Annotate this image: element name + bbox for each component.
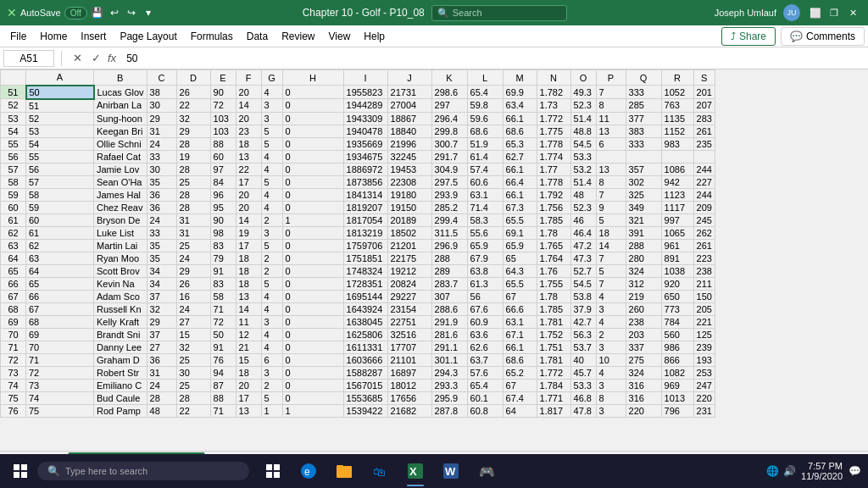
cell-C56[interactable]: 33 — [147, 150, 176, 163]
cell-A72[interactable]: 71 — [26, 353, 94, 366]
cell-A56[interactable]: 55 — [26, 150, 94, 163]
cell-L63[interactable]: 65.9 — [467, 239, 503, 252]
cell-P60[interactable]: 9 — [596, 201, 626, 214]
cell-H67[interactable]: 0 — [282, 290, 343, 302]
cell-Q67[interactable]: 219 — [626, 290, 661, 302]
cell-I60[interactable]: 1819207 — [343, 201, 387, 214]
cell-K52[interactable]: 297 — [431, 99, 467, 113]
cell-O51[interactable]: 49.3 — [570, 86, 596, 99]
cell-K70[interactable]: 281.6 — [431, 328, 467, 341]
cell-S61[interactable]: 245 — [693, 214, 715, 226]
cell-E61[interactable]: 90 — [210, 214, 236, 226]
taskbar-store[interactable]: 🛍 — [363, 454, 397, 488]
cell-N62[interactable]: 1.78 — [537, 226, 570, 239]
cell-J68[interactable]: 23154 — [387, 302, 431, 315]
search-box[interactable]: 🔍 — [431, 5, 567, 21]
cell-R61[interactable]: 997 — [661, 214, 693, 226]
cell-N65[interactable]: 1.76 — [537, 264, 570, 277]
cell-L62[interactable]: 55.6 — [467, 226, 503, 239]
cell-L68[interactable]: 67.6 — [467, 302, 503, 315]
col-header-R[interactable]: R — [661, 70, 693, 86]
cell-A64[interactable]: 63 — [26, 252, 94, 264]
cell-R52[interactable]: 763 — [661, 99, 693, 113]
cell-P61[interactable]: 5 — [596, 214, 626, 226]
cell-S69[interactable]: 221 — [693, 315, 715, 328]
cell-R59[interactable]: 1123 — [661, 188, 693, 201]
cell-L69[interactable]: 60.9 — [467, 315, 503, 328]
cell-S58[interactable]: 227 — [693, 175, 715, 188]
cell-L64[interactable]: 67.9 — [467, 252, 503, 264]
cell-C57[interactable]: 30 — [147, 163, 176, 175]
row-number[interactable]: 76 — [1, 404, 26, 417]
cell-F70[interactable]: 12 — [236, 328, 261, 341]
cell-N54[interactable]: 1.775 — [537, 125, 570, 137]
cell-O61[interactable]: 46 — [570, 214, 596, 226]
cell-A68[interactable]: 67 — [26, 302, 94, 315]
cell-K61[interactable]: 299.4 — [431, 214, 467, 226]
cell-G60[interactable]: 4 — [261, 201, 282, 214]
cell-R51[interactable]: 1052 — [661, 86, 693, 99]
cell-N63[interactable]: 1.765 — [537, 239, 570, 252]
cell-I70[interactable]: 1625806 — [343, 328, 387, 341]
cell-M59[interactable]: 66.1 — [503, 188, 537, 201]
cell-B70[interactable]: Brandt Sni — [94, 328, 147, 341]
cell-Q73[interactable]: 324 — [626, 366, 661, 379]
cell-M68[interactable]: 66.6 — [503, 302, 537, 315]
cell-A53[interactable]: 52 — [26, 112, 94, 125]
cell-P66[interactable]: 7 — [596, 277, 626, 290]
cell-E53[interactable]: 103 — [210, 112, 236, 125]
cell-I72[interactable]: 1603666 — [343, 353, 387, 366]
cell-S76[interactable]: 231 — [693, 404, 715, 417]
cell-B51[interactable]: Lucas Glov — [94, 86, 147, 99]
cell-S53[interactable]: 283 — [693, 112, 715, 125]
cell-R65[interactable]: 1038 — [661, 264, 693, 277]
cell-F63[interactable]: 17 — [236, 239, 261, 252]
cell-D68[interactable]: 24 — [176, 302, 210, 315]
cell-E71[interactable]: 91 — [210, 341, 236, 353]
cell-M66[interactable]: 65.5 — [503, 277, 537, 290]
taskbar-search-input[interactable] — [65, 466, 235, 476]
cell-O64[interactable]: 47.3 — [570, 252, 596, 264]
cell-O71[interactable]: 53.7 — [570, 341, 596, 353]
cell-E74[interactable]: 87 — [210, 379, 236, 391]
cell-L58[interactable]: 60.6 — [467, 175, 503, 188]
cell-R66[interactable]: 920 — [661, 277, 693, 290]
cell-L76[interactable]: 60.8 — [467, 404, 503, 417]
cell-F56[interactable]: 13 — [236, 150, 261, 163]
cell-N57[interactable]: 1.77 — [537, 163, 570, 175]
cell-O67[interactable]: 53.8 — [570, 290, 596, 302]
cell-B73[interactable]: Robert Str — [94, 366, 147, 379]
cell-J71[interactable]: 17707 — [387, 341, 431, 353]
cell-I69[interactable]: 1638045 — [343, 315, 387, 328]
cell-A76[interactable]: 75 — [26, 404, 94, 417]
cell-H61[interactable]: 1 — [282, 214, 343, 226]
cell-H65[interactable]: 0 — [282, 264, 343, 277]
cell-E70[interactable]: 50 — [210, 328, 236, 341]
cell-I55[interactable]: 1935669 — [343, 137, 387, 150]
cell-S70[interactable]: 125 — [693, 328, 715, 341]
cell-C63[interactable]: 35 — [147, 239, 176, 252]
cell-Q53[interactable]: 377 — [626, 112, 661, 125]
cell-G71[interactable]: 4 — [261, 341, 282, 353]
cell-R69[interactable]: 784 — [661, 315, 693, 328]
cell-K57[interactable]: 304.9 — [431, 163, 467, 175]
cell-M70[interactable]: 67.1 — [503, 328, 537, 341]
cell-J55[interactable]: 21996 — [387, 137, 431, 150]
cell-E62[interactable]: 98 — [210, 226, 236, 239]
cell-B75[interactable]: Bud Caule — [94, 391, 147, 404]
cell-A69[interactable]: 68 — [26, 315, 94, 328]
cell-M65[interactable]: 64.3 — [503, 264, 537, 277]
cell-Q76[interactable]: 220 — [626, 404, 661, 417]
col-header-H[interactable]: H — [282, 70, 343, 86]
cell-C65[interactable]: 34 — [147, 264, 176, 277]
cell-O68[interactable]: 37.9 — [570, 302, 596, 315]
cell-S64[interactable]: 223 — [693, 252, 715, 264]
cell-N60[interactable]: 1.756 — [537, 201, 570, 214]
cell-I71[interactable]: 1611331 — [343, 341, 387, 353]
cell-S68[interactable]: 205 — [693, 302, 715, 315]
cell-N55[interactable]: 1.778 — [537, 137, 570, 150]
cell-Q57[interactable]: 357 — [626, 163, 661, 175]
cell-Q52[interactable]: 285 — [626, 99, 661, 113]
cell-J56[interactable]: 32245 — [387, 150, 431, 163]
cell-N74[interactable]: 1.784 — [537, 379, 570, 391]
